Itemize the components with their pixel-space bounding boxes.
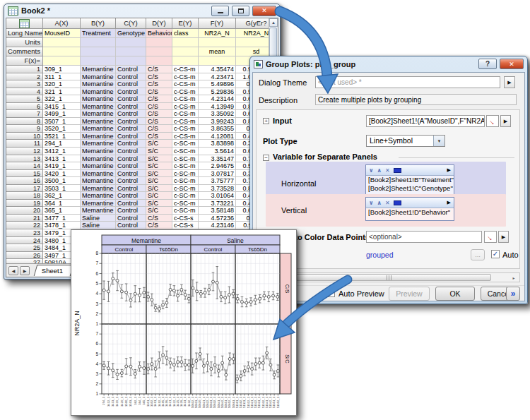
table-cell[interactable]: 3503_1 [43, 185, 81, 193]
table-cell[interactable]: Control [116, 200, 146, 208]
table-cell[interactable]: c-CS-m [172, 125, 199, 133]
table-cell[interactable]: Control [116, 162, 146, 170]
table-cell[interactable]: 3.83898 [199, 140, 236, 148]
row-header[interactable]: 14 [6, 162, 43, 170]
table-cell[interactable]: Control [116, 155, 146, 163]
table-cell[interactable]: Memantine [81, 66, 116, 73]
table-cell[interactable]: S/C [146, 140, 172, 148]
table-cell[interactable]: 3.35147 [199, 155, 236, 163]
table-cell[interactable]: 4.12081 [199, 133, 236, 140]
column-header[interactable]: B(Y) [81, 18, 116, 29]
table-cell[interactable]: Memantine [81, 140, 116, 148]
meta-cell[interactable] [116, 47, 146, 56]
move-down-icon[interactable]: ∨ [369, 167, 374, 174]
table-cell[interactable]: Memantine [81, 170, 116, 178]
table-cell[interactable]: C/S [146, 73, 172, 81]
expand-dialog-button[interactable]: » [506, 287, 520, 301]
table-cell[interactable]: Memantine [81, 200, 116, 208]
table-cell[interactable]: c-CS-m [172, 73, 199, 81]
template-auto-checkbox[interactable]: ✓ [491, 250, 500, 258]
table-cell[interactable]: S/C [146, 148, 172, 155]
row-header[interactable]: 15 [6, 170, 43, 178]
table-cell[interactable]: 3419_1 [43, 162, 81, 170]
table-cell[interactable]: Control [116, 95, 146, 103]
table-cell[interactable]: Control [116, 185, 146, 193]
row-header[interactable]: 4 [6, 88, 43, 96]
list-item[interactable]: [Book2]Sheet1!D"Behavior" [366, 208, 454, 217]
table-cell[interactable]: Control [116, 118, 146, 126]
table-cell[interactable]: 3412_1 [43, 148, 81, 155]
table-cell[interactable]: Control [116, 103, 146, 111]
graph-preview-window[interactable]: MemantineSalineControlTs65DnControlTs65D… [71, 229, 297, 416]
ok-button[interactable]: OK [435, 287, 475, 301]
table-cell[interactable]: Memantine [81, 207, 116, 215]
workbook-titlebar[interactable]: Book2 * ✕ [4, 4, 280, 17]
table-cell[interactable]: 3.73221 [199, 200, 236, 208]
scroll-up-icon[interactable]: ▲ [269, 18, 278, 27]
table-cell[interactable]: 322_1 [43, 95, 81, 103]
table-cell[interactable]: C/S [146, 103, 172, 111]
meta-cell[interactable] [43, 47, 81, 56]
table-cell[interactable]: Control [116, 140, 146, 148]
move-up-icon[interactable]: ∧ [377, 200, 382, 206]
table-cell[interactable]: C/S [146, 66, 172, 73]
meta-cell[interactable] [172, 38, 199, 47]
row-header[interactable]: 21 [6, 215, 43, 222]
input-flyout-button[interactable]: ▶ [500, 115, 511, 127]
table-cell[interactable]: 311_1 [43, 73, 81, 81]
table-cell[interactable]: c-CS-s [172, 222, 199, 229]
table-cell[interactable]: 3.75777 [199, 177, 236, 185]
flyout-icon[interactable]: ▶ [447, 200, 451, 205]
row-header[interactable]: Long Name [6, 29, 43, 38]
row-header[interactable]: 17 [6, 185, 43, 193]
table-cell[interactable]: 294_1 [43, 140, 81, 148]
table-cell[interactable]: C/S [146, 80, 172, 88]
meta-cell[interactable] [116, 56, 146, 66]
table-cell[interactable]: 3520_1 [43, 125, 81, 133]
table-cell[interactable]: Memantine [81, 88, 116, 96]
table-cell[interactable]: Memantine [81, 125, 116, 133]
meta-cell[interactable] [146, 47, 172, 56]
meta-cell[interactable] [172, 56, 199, 66]
table-cell[interactable]: c-SC-m [172, 177, 199, 185]
meta-cell[interactable] [146, 56, 172, 66]
meta-cell[interactable] [43, 38, 81, 47]
meta-cell[interactable] [146, 38, 172, 47]
column-header[interactable]: F(Y) [199, 18, 236, 29]
table-cell[interactable]: Control [116, 125, 146, 133]
row-header[interactable]: 5 [6, 95, 43, 103]
close-button[interactable]: ✕ [252, 6, 276, 16]
row-header[interactable]: 7 [6, 110, 43, 118]
input-expand-icon[interactable]: + [263, 118, 269, 124]
tab-next-icon[interactable]: ▶ [20, 266, 30, 275]
table-cell[interactable]: Memantine [81, 185, 116, 193]
maximize-button[interactable] [232, 6, 249, 16]
meta-cell[interactable] [81, 56, 116, 66]
table-cell[interactable]: 3500_1 [43, 177, 81, 185]
row-header[interactable]: 18 [6, 192, 43, 200]
table-cell[interactable]: c-CS-m [172, 80, 199, 88]
table-cell[interactable]: 3.5614 [199, 148, 236, 155]
select-range-icon[interactable] [394, 168, 401, 173]
vertical-listbox[interactable]: ∨ ∧ ✕ ▶ [Book2]Sheet1!D"Behavior" [365, 197, 454, 221]
column-header[interactable]: G(yEr? [236, 18, 269, 29]
table-cell[interactable]: Control [116, 215, 146, 222]
template-link[interactable]: grouped [366, 251, 394, 259]
table-cell[interactable]: 320_1 [43, 80, 81, 88]
meta-cell[interactable]: Behavior [146, 29, 172, 38]
meta-cell[interactable] [199, 38, 236, 47]
dialog-close-button[interactable]: ✕ [500, 59, 524, 69]
table-cell[interactable]: c-SC-m [172, 192, 199, 200]
meta-cell[interactable] [116, 38, 146, 47]
scroll-right-icon[interactable]: ▸ [509, 274, 519, 281]
table-cell[interactable]: 3420_1 [43, 170, 81, 178]
table-cell[interactable]: c-SC-m [172, 140, 199, 148]
table-cell[interactable]: S/C [146, 155, 172, 163]
row-header[interactable]: 20 [6, 207, 43, 215]
meta-cell[interactable] [81, 47, 116, 56]
row-header[interactable]: Units [6, 38, 43, 47]
meta-cell[interactable]: class [172, 29, 199, 38]
table-cell[interactable]: Control [116, 192, 146, 200]
table-cell[interactable]: c-SC-m [172, 162, 199, 170]
remove-icon[interactable]: ✕ [385, 167, 390, 174]
